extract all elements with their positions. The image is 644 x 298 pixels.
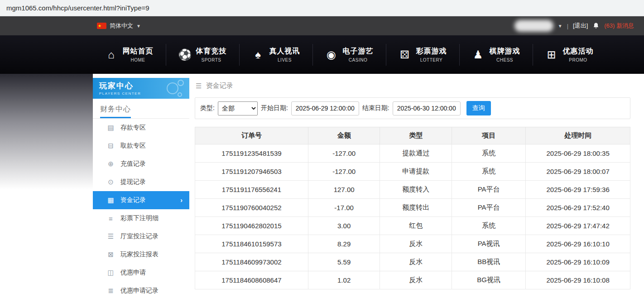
column-header: 订单号 [195,127,308,144]
home-icon: ⌂ [105,49,118,60]
bell-icon[interactable] [592,22,600,29]
table-cell: 系统 [452,163,525,181]
user-chevron-down-icon[interactable]: ▼ [558,24,562,29]
sidebar-item-deposit-zone[interactable]: ▤ 存款专区 [93,119,189,137]
breadcrumb: ☰ 资金记录 [196,82,630,90]
sidebar-item-label: 充值记录 [120,160,146,168]
nav-label: 体育竞技 [196,47,227,56]
table-cell: 系统 [452,144,525,163]
table-cell: 提款通过 [380,144,452,163]
column-header: 项目 [452,127,525,144]
table-cell: 3.00 [308,217,380,235]
table-cell: 额度转入 [380,181,452,199]
sidebar-item-recharge-record[interactable]: ⊕ 充值记录 [93,155,189,173]
nav-label: 彩票游戏 [416,47,447,56]
table-row: 1751190760040252-17.00额度转出PA平台2025-06-29… [195,199,630,217]
table-cell: 1751191176556241 [195,181,308,199]
table-cell: PA平台 [452,199,525,217]
nav-sublabel: PROMO [569,58,587,62]
nav-item-casino[interactable]: ◉ 电子游艺 CASINO [313,41,386,68]
nav-item-home[interactable]: ⌂ 网站首页 HOME [93,41,166,68]
room-record-icon: ☰ [107,232,115,240]
messages-count: (63) [604,22,615,29]
sidebar-item-label: 优惠申请记录 [120,287,159,295]
table-cell: 反水 [380,253,452,271]
promo-apply-icon: ◫ [107,269,115,277]
main-content: ☰ 资金记录 类型: 全部 开始日期: 结束日期: 查询 订单号金额类型项目处理… [195,78,630,298]
table-cell: PA视讯 [452,235,525,253]
table-cell: 1.02 [308,271,380,289]
table-cell: 1751184608608647 [195,271,308,289]
table-cell: -127.00 [308,144,380,163]
table-cell: BG视讯 [452,271,525,289]
table-cell: 1751191207946503 [195,163,308,181]
logout-link[interactable]: [退出] [573,22,588,30]
sidebar-item-label: 玩家投注报表 [120,250,159,259]
gift-icon: ⊞ [545,49,558,60]
column-header: 类型 [380,127,452,144]
sidebar-item-label: 优惠申请 [120,269,146,277]
chess-icon: ♟ [472,49,485,60]
sidebar-item-withdraw-zone[interactable]: ⊟ 取款专区 [93,137,189,155]
sidebar-section-finance: 财务中心 [93,99,189,119]
sidebar-item-room-bet-record[interactable]: ☰ 厅室投注记录 [93,227,189,245]
sidebar-item-label: 提现记录 [120,178,146,186]
table-cell: 2025-06-29 16:10:10 [526,235,630,253]
table-row: 1751191207946503-127.00申请提款系统2025-06-29 … [195,163,630,181]
nav-sublabel: LOTTERY [420,58,442,62]
type-filter-select[interactable]: 全部 [218,101,258,115]
sidebar-item-label: 彩票下注明细 [120,214,159,222]
start-date-input[interactable] [291,101,359,115]
language-selector[interactable]: ★ 简体中文 ▼ [97,22,141,30]
money-record-icon: ▦ [107,196,115,204]
table-cell: 1751190760040252 [195,199,308,217]
nav-item-chess[interactable]: ♟ 棋牌游戏 CHESS [460,41,533,68]
table-cell: 额度转出 [380,199,452,217]
recharge-icon: ⊕ [107,160,115,168]
sports-icon: ⚽ [178,49,191,60]
sidebar-item-label: 厅室投注记录 [120,232,159,240]
table-cell: 127.00 [308,181,380,199]
table-cell: -127.00 [308,163,380,181]
page-url: mgm1065.com/hhcp/usercenter.html?iniType… [6,4,149,12]
top-strip: ★ 简体中文 ▼ ▼ | [退出] (63) 新消息 [0,16,644,35]
table-cell: 申请提款 [380,163,452,181]
table-row: 17511904628020153.00红包系统2025-06-29 17:47… [195,217,630,235]
nav-item-lottery[interactable]: ⚄ 彩票游戏 LOTTERY [386,41,459,68]
gamepad-decoration-icon [167,80,185,98]
sidebar-item-promo-apply[interactable]: ◫ 优惠申请 [93,264,189,282]
table-cell: 2025-06-29 16:10:08 [526,271,630,289]
table-cell: 1751184610159573 [195,235,308,253]
nav-item-lives[interactable]: ♠ 真人视讯 LIVES [240,41,312,68]
table-cell: 1751191235481539 [195,144,308,163]
promo-record-icon: ≣ [107,287,115,295]
sidebar-item-promo-apply-record[interactable]: ≣ 优惠申请记录 [93,282,189,298]
deposit-icon: ▤ [107,124,115,132]
page-body: 玩家中心 PLAYERS CENTER 财务中心 ▤ 存款专区 ⊟ 取款专区 ⊕… [0,74,644,298]
sidebar-item-player-bet-report[interactable]: ⊠ 玩家投注报表 [93,245,189,264]
sidebar-section-label: 财务中心 [100,105,131,118]
table-cell: -17.00 [308,199,380,217]
cards-icon: ♠ [252,49,264,60]
breadcrumb-label: 资金记录 [206,82,233,90]
nav-item-sports[interactable]: ⚽ 体育竞技 SPORTS [166,41,239,68]
nav-item-promo[interactable]: ⊞ 优惠活动 PROMO [533,41,606,68]
table-cell: 系统 [452,217,525,235]
table-cell: 8.29 [308,235,380,253]
nav-sublabel: LIVES [278,58,292,62]
sidebar-item-lottery-bet-detail[interactable]: ≡ 彩票下注明细 [93,209,189,227]
end-date-label: 结束日期: [362,104,389,112]
end-date-input[interactable] [393,101,461,115]
nav-sublabel: CASINO [349,58,367,62]
new-messages-link[interactable]: (63) 新消息 [604,22,634,30]
table-cell: 1751190462802015 [195,217,308,235]
cashout-icon: ⊙ [107,178,115,186]
chevron-right-icon: › [180,197,183,204]
language-label: 简体中文 [110,22,133,30]
table-row: 17511846099730025.59反水BB视讯2025-06-29 16:… [195,253,630,271]
search-button[interactable]: 查询 [466,101,491,115]
sidebar-item-funds-record[interactable]: ▦ 资金记录 › [93,191,189,209]
table-header-row: 订单号金额类型项目处理时间 [195,127,630,144]
browser-address-bar[interactable]: mgm1065.com/hhcp/usercenter.html?iniType… [0,0,644,16]
sidebar-item-withdraw-record[interactable]: ⊙ 提现记录 [93,173,189,191]
